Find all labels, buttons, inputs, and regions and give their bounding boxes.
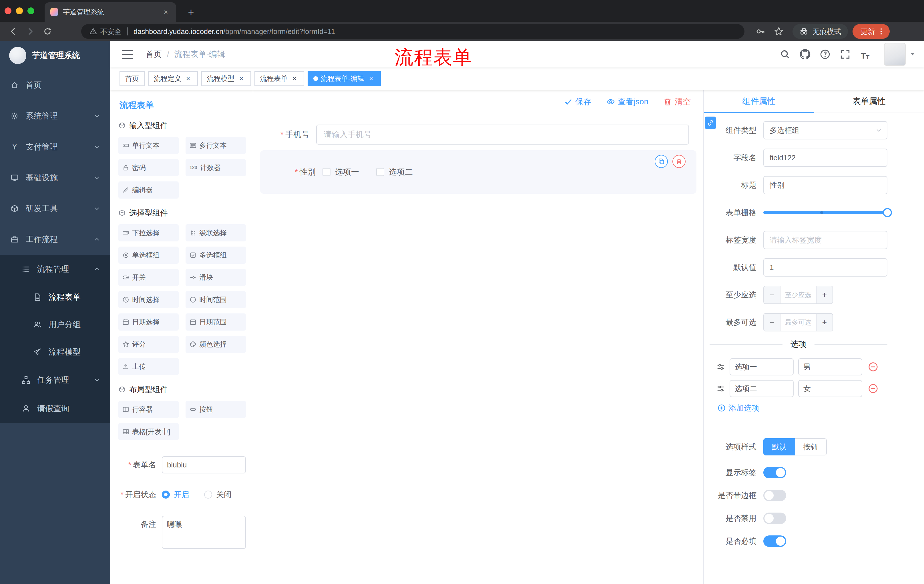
component-type-select[interactable]: 多选框组 [763, 121, 888, 140]
sidebar-toggle-button[interactable] [122, 50, 133, 59]
component-date-picker[interactable]: 日期选择 [118, 313, 179, 331]
label-width-input[interactable] [763, 231, 888, 249]
slider-track[interactable] [763, 211, 888, 214]
component-time-picker[interactable]: 时间选择 [118, 291, 179, 308]
sidebar-item-user-group[interactable]: 用户分组 [0, 311, 111, 338]
save-button[interactable]: 保存 [564, 96, 592, 107]
delete-field-button[interactable] [672, 155, 686, 168]
tag-process-model[interactable]: 流程模型 × [201, 71, 251, 86]
search-icon[interactable] [779, 49, 791, 60]
tag-process-form[interactable]: 流程表单 × [254, 71, 304, 86]
drag-handle-icon[interactable] [716, 384, 725, 393]
gender-option-1-checkbox[interactable]: 选项一 [322, 166, 359, 178]
github-icon[interactable] [799, 49, 811, 60]
disabled-switch[interactable] [763, 513, 786, 524]
reload-button[interactable] [40, 24, 55, 39]
increment-button[interactable]: + [816, 314, 833, 331]
address-bar[interactable]: 不安全 dashboard.yudao.iocoder.cn /bpm/mana… [81, 24, 744, 39]
sidebar-item-home[interactable]: 首页 [0, 70, 111, 100]
option-1-value-input[interactable] [798, 358, 862, 375]
component-color-picker[interactable]: 颜色选择 [186, 336, 246, 353]
component-slider[interactable]: 滑块 [186, 269, 246, 286]
browser-tab[interactable]: 芋道管理系统 × [45, 2, 176, 22]
component-rate[interactable]: 评分 [118, 336, 179, 353]
tab-component-props[interactable]: 组件属性 [704, 90, 814, 113]
drag-handle-icon[interactable] [716, 363, 725, 371]
component-editor[interactable]: 编辑器 [118, 181, 179, 199]
help-icon[interactable] [819, 49, 831, 60]
remove-option-icon[interactable] [868, 362, 878, 372]
remove-option-icon[interactable] [868, 383, 878, 394]
sidebar-item-infra[interactable]: 基础设施 [0, 162, 111, 193]
option-1-label-input[interactable] [729, 358, 794, 375]
status-radio-open[interactable]: 开启 [162, 489, 189, 500]
tag-close-icon[interactable]: × [237, 74, 245, 82]
tab-close-icon[interactable]: × [161, 7, 170, 16]
grid-slider[interactable] [763, 204, 888, 222]
window-minimize-button[interactable] [16, 7, 23, 14]
gender-option-2-checkbox[interactable]: 选项二 [376, 166, 413, 178]
status-radio-closed[interactable]: 关闭 [204, 489, 231, 500]
browser-update-menu-button[interactable]: 更新 [853, 24, 890, 39]
sidebar-item-leave-query[interactable]: 请假查询 [0, 394, 111, 423]
window-zoom-button[interactable] [28, 7, 34, 14]
component-table[interactable]: 表格[开发中] [118, 423, 179, 440]
sidebar-item-devtools[interactable]: 研发工具 [0, 193, 111, 224]
field-phone[interactable]: 手机号 [253, 125, 703, 145]
sidebar-item-process-manage[interactable]: 流程管理 [0, 255, 111, 283]
tag-close-icon[interactable]: × [290, 74, 299, 82]
clear-button[interactable]: 清空 [663, 96, 691, 107]
link-badge-icon[interactable] [705, 117, 716, 129]
tag-home[interactable]: 首页 [119, 71, 145, 86]
new-tab-button[interactable]: + [184, 6, 198, 18]
tab-form-props[interactable]: 表单属性 [814, 90, 924, 113]
sidebar-item-workflow[interactable]: 工作流程 [0, 224, 111, 255]
max-select-value[interactable]: 最多可选 [780, 314, 816, 331]
user-avatar-menu[interactable] [884, 43, 916, 66]
sidebar-item-process-model[interactable]: 流程模型 [0, 338, 111, 366]
component-radio-group[interactable]: 单选框组 [118, 247, 179, 264]
option-style-button-button[interactable]: 按钮 [795, 438, 827, 456]
required-switch[interactable] [763, 535, 786, 547]
title-input[interactable] [763, 176, 888, 194]
default-value-input[interactable] [763, 258, 888, 276]
component-select[interactable]: 下拉选择 [118, 224, 179, 242]
component-date-range[interactable]: 日期范围 [186, 313, 246, 331]
back-button[interactable] [6, 24, 21, 39]
border-switch[interactable] [763, 490, 786, 501]
app-logo[interactable]: 芋道管理系统 [0, 41, 111, 70]
sidebar-item-process-form[interactable]: 流程表单 [0, 283, 111, 311]
component-time-range[interactable]: 时间范围 [186, 291, 246, 308]
form-name-input[interactable] [162, 456, 246, 474]
field-gender-selected[interactable]: 性别 选项一 选项二 [260, 150, 696, 194]
tag-process-definition[interactable]: 流程定义 × [148, 71, 198, 86]
show-label-switch[interactable] [763, 467, 786, 478]
tag-close-icon[interactable]: × [367, 74, 375, 82]
component-password[interactable]: 密码 [118, 159, 179, 176]
component-button[interactable]: 按钮 [186, 401, 246, 418]
min-select-value[interactable]: 至少应选 [780, 286, 816, 303]
security-warning-chip[interactable]: 不安全 [89, 27, 122, 36]
decrement-button[interactable]: − [764, 314, 780, 331]
component-cascader[interactable]: 级联选择 [186, 224, 246, 242]
sidebar-item-task-manage[interactable]: 任务管理 [0, 366, 111, 394]
form-remark-textarea[interactable]: 嘿嘿 [162, 516, 246, 549]
passwords-key-icon[interactable] [753, 24, 768, 39]
increment-button[interactable]: + [816, 286, 833, 303]
option-style-default-button[interactable]: 默认 [763, 438, 795, 456]
duplicate-field-button[interactable] [655, 155, 668, 168]
component-counter[interactable]: 123计数器 [186, 159, 246, 176]
component-single-line-text[interactable]: 单行文本 [118, 137, 179, 154]
window-close-button[interactable] [5, 7, 12, 14]
component-upload[interactable]: 上传 [118, 358, 179, 375]
forward-button[interactable] [23, 24, 38, 39]
component-switch[interactable]: 开关 [118, 269, 179, 286]
view-json-button[interactable]: 查看json [606, 96, 648, 107]
option-2-value-input[interactable] [798, 380, 862, 397]
incognito-badge[interactable]: 无痕模式 [792, 24, 848, 39]
component-checkbox-group[interactable]: 多选框组 [186, 247, 246, 264]
font-size-icon[interactable]: TT [860, 49, 871, 60]
component-multi-line-text[interactable]: 多行文本 [186, 137, 246, 154]
add-option-button[interactable]: 添加选项 [718, 403, 888, 413]
tag-process-form-edit[interactable]: 流程表单-编辑 × [308, 71, 381, 86]
